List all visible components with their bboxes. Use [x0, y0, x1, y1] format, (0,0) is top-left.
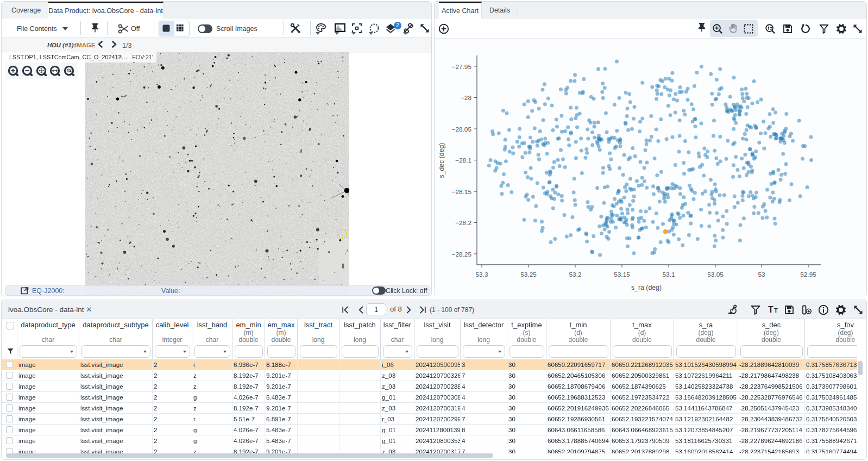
svg-text:53: 53	[758, 271, 765, 278]
svg-text:53.2: 53.2	[569, 271, 582, 278]
svg-text:−28: −28	[461, 94, 471, 102]
svg-text:−28.15: −28.15	[452, 188, 472, 196]
svg-text:53.05: 53.05	[707, 271, 724, 278]
svg-text:s_ra (deg): s_ra (deg)	[631, 284, 662, 291]
svg-text:T: T	[768, 305, 773, 314]
svg-text:s_dec (deg): s_dec (deg)	[438, 143, 445, 178]
svg-text:−27.95: −27.95	[452, 63, 472, 71]
svg-text:53.3: 53.3	[476, 271, 488, 278]
svg-text:−28.2: −28.2	[455, 219, 471, 227]
svg-text:53.15: 53.15	[614, 271, 630, 278]
svg-text:−28.05: −28.05	[452, 126, 472, 133]
svg-text:−28.25: −28.25	[452, 251, 472, 258]
svg-text:53.25: 53.25	[520, 271, 537, 278]
svg-text:52.95: 52.95	[800, 271, 816, 278]
svg-text:−28.1: −28.1	[455, 157, 471, 164]
svg-text:53.1: 53.1	[663, 271, 675, 278]
svg-text:T: T	[774, 307, 778, 314]
